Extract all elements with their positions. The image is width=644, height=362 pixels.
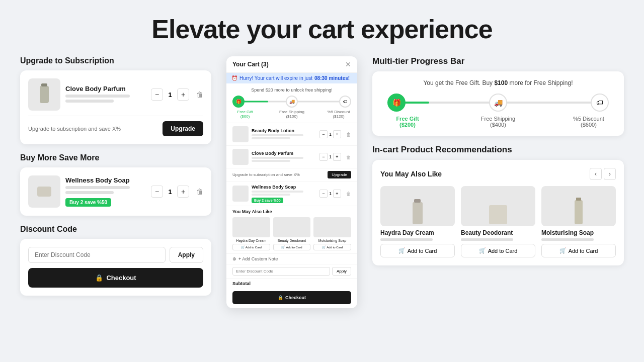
cart-item-lotion-info: Beauty Body Lotion xyxy=(252,128,316,140)
big-rec-item-0: Haydra Day Cream 🛒 Add to Card xyxy=(380,186,455,257)
progress-bar-card: You get the Free Gift. Buy $100 more for… xyxy=(372,71,624,136)
checkout-btn[interactable]: 🔒 Checkout xyxy=(28,268,203,288)
cart-item-soap-qty-val: 1 xyxy=(329,191,332,196)
subscription-section: Upgrade to Subscription Clove Body Parfu… xyxy=(20,56,211,144)
cart-item-soap: Wellness Body Soap Buy 2 save %50 − 1 + … xyxy=(226,182,357,206)
big-progress-track: 🎁 🚚 🏷 xyxy=(382,94,614,112)
discount-code-input[interactable] xyxy=(28,247,166,263)
subscription-upgrade-btn[interactable]: Upgrade xyxy=(163,121,203,136)
buy-more-product-thumb xyxy=(28,175,60,208)
discount-section-title: Discount Code xyxy=(20,225,211,234)
subscription-card: Clove Body Parfum − 1 + 🗑 Upgrade to sub… xyxy=(20,70,211,144)
cart-discount-input[interactable] xyxy=(232,267,330,276)
cart-subtotal-row: Subtotal xyxy=(226,279,357,289)
cart-item-lotion-qty-val: 1 xyxy=(329,132,332,137)
lock-icon: 🔒 xyxy=(95,274,103,282)
subscription-product-line1 xyxy=(65,95,130,98)
cart-rec-name-1: Beauty Deodorant xyxy=(273,239,311,242)
cart-rec-add-icon-2: 🛒 xyxy=(322,245,326,249)
cart-item-parfum-qty: − 1 + xyxy=(319,153,341,161)
cart-rec-add-1[interactable]: 🛒Add to Card xyxy=(273,244,311,250)
big-rec-line-1 xyxy=(461,238,513,241)
big-progress-node-1: 🚚 xyxy=(489,94,507,112)
cart-rec-thumb-1 xyxy=(273,217,311,237)
cart-rec-item-0: Haydra Day Cream 🛒Add to Card xyxy=(232,217,270,250)
big-rec-thumb-2 xyxy=(541,186,616,226)
apply-discount-btn[interactable]: Apply xyxy=(170,247,203,263)
big-rec-thumb-1 xyxy=(461,186,535,226)
cart-item-parfum-name: Clove Body Parfum xyxy=(252,151,316,156)
page-title: Elevate your cart experience xyxy=(0,0,644,56)
big-progress-node-2: 🏷 xyxy=(591,94,609,112)
subscription-delete-btn[interactable]: 🗑 xyxy=(196,90,203,99)
big-rec-add-1[interactable]: 🛒 Add to Card xyxy=(461,244,535,257)
cart-progress-track: 🎁 🚚 🏷 xyxy=(232,96,351,108)
subscription-product-name: Clove Body Parfum xyxy=(65,85,146,93)
rec-prev-btn[interactable]: ‹ xyxy=(590,168,602,180)
cart-checkout-label: Checkout xyxy=(285,295,306,300)
buy-more-line2 xyxy=(65,191,114,194)
cart-progress-section: Spend $20 more to unlock free shipping! … xyxy=(226,83,357,123)
discount-input-row: Apply xyxy=(28,247,203,263)
cart-item-parfum-plus[interactable]: + xyxy=(333,153,341,161)
in-cart-rec-header: You May Also Like ‹ › xyxy=(380,168,616,180)
rec-nav: ‹ › xyxy=(590,168,616,180)
progress-bar-section-title: Multi-tier Progress Bar xyxy=(372,56,624,66)
big-rec-add-label-0: Add to Card xyxy=(408,248,437,254)
cart-item-lotion-minus[interactable]: − xyxy=(319,130,328,138)
cart-close-btn[interactable]: ✕ xyxy=(345,60,351,68)
cart-checkout-btn[interactable]: 🔒 Checkout xyxy=(232,291,351,304)
cart-rec-name-2: Moisturising Soap xyxy=(313,239,351,242)
cart-upgrade-text: Upgrade to subscription and save X% xyxy=(232,172,300,177)
in-cart-rec-section: In-cart Product Recommendations You May … xyxy=(372,145,624,265)
cart-rec-add-2[interactable]: 🛒Add to Card xyxy=(313,244,351,250)
cart-progress-node-1: 🚚 xyxy=(286,96,298,108)
timer-text: Hurry! Your cart will expire in just xyxy=(239,75,312,81)
cart-item-lotion-delete[interactable]: 🗑 xyxy=(346,132,351,137)
cart-rec-item-2: Moisturising Soap 🛒Add to Card xyxy=(313,217,351,250)
cart-title: Your Cart (3) xyxy=(232,61,269,68)
rec-next-btn[interactable]: › xyxy=(604,168,616,180)
cart-rec-title: You May Also Like xyxy=(232,209,351,214)
cart-item-lotion-name: Beauty Body Lotion xyxy=(252,128,316,133)
cart-item-parfum: Clove Body Parfum − 1 + 🗑 xyxy=(226,146,357,168)
cart-item-soap-badge: Buy 2 save %50 xyxy=(252,198,283,203)
cart-item-parfum-minus[interactable]: − xyxy=(319,153,328,161)
big-rec-add-2[interactable]: 🛒 Add to Card xyxy=(541,244,616,257)
right-column: Multi-tier Progress Bar You get the Free… xyxy=(372,56,624,308)
buy-more-qty-plus[interactable]: + xyxy=(177,186,189,198)
subscription-product-thumb xyxy=(28,78,60,111)
big-rec-add-icon-0: 🛒 xyxy=(398,247,406,254)
add-note-label: + Add Custom Note xyxy=(238,256,278,261)
timer-bar: ⏰ Hurry! Your cart will expire in just 0… xyxy=(226,73,357,83)
progress-bar-section: Multi-tier Progress Bar You get the Free… xyxy=(372,56,624,136)
big-rec-add-0[interactable]: 🛒 Add to Card xyxy=(380,244,455,257)
cart-recommendations: You May Also Like Haydra Day Cream 🛒Add … xyxy=(226,206,357,254)
buy-more-delete-btn[interactable]: 🗑 xyxy=(196,188,203,196)
subscription-qty-plus[interactable]: + xyxy=(177,88,189,101)
cart-item-parfum-delete[interactable]: 🗑 xyxy=(346,154,351,160)
cart-upgrade-row: Upgrade to subscription and save X% Upgr… xyxy=(226,168,357,182)
big-rec-name-1: Beauty Deodorant xyxy=(461,229,535,236)
cart-apply-btn[interactable]: Apply xyxy=(332,267,351,276)
cart-item-soap-plus[interactable]: + xyxy=(333,190,341,198)
big-rec-line-0 xyxy=(380,238,433,241)
cart-discount-row: Apply xyxy=(226,264,357,279)
cart-progress-label-0: Free Gift($60) xyxy=(232,110,258,119)
cart-item-lotion-plus[interactable]: + xyxy=(333,130,341,138)
subscription-product-actions: − 1 + 🗑 xyxy=(151,88,203,101)
buy-more-qty-minus[interactable]: − xyxy=(151,186,163,198)
cart-item-parfum-qty-val: 1 xyxy=(329,154,332,159)
cart-item-soap-info: Wellness Body Soap Buy 2 save %50 xyxy=(252,185,316,203)
cart-progress-label-1: Free Shipping($100) xyxy=(279,110,304,119)
buy-more-section: Buy More Save More Wellness Body Soap Bu… xyxy=(20,153,211,216)
cart-item-soap-delete[interactable]: 🗑 xyxy=(346,191,351,197)
cart-item-soap-minus[interactable]: − xyxy=(319,190,328,198)
subscription-qty-minus[interactable]: − xyxy=(151,88,163,101)
cart-upgrade-btn[interactable]: Upgrade xyxy=(328,171,351,178)
buy-more-card: Wellness Body Soap Buy 2 save %50 − 1 + … xyxy=(20,167,211,216)
cart-add-custom-note[interactable]: ⊕ + Add Custom Note xyxy=(226,254,357,264)
big-rec-add-icon-1: 🛒 xyxy=(479,247,486,254)
cart-rec-add-0[interactable]: 🛒Add to Card xyxy=(232,244,270,250)
buy-more-product-actions: − 1 + 🗑 xyxy=(151,186,203,198)
